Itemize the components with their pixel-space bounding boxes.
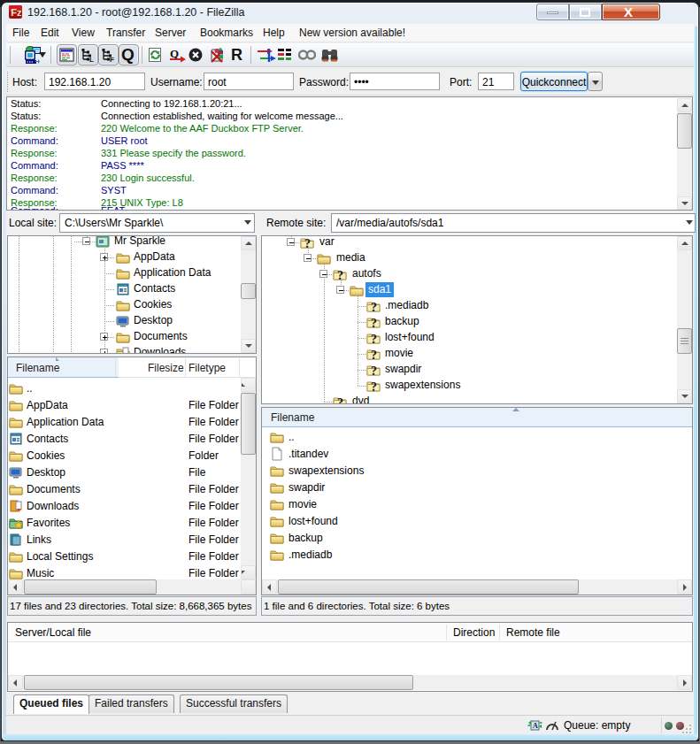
svg-text:L: L — [89, 56, 94, 63]
svg-text:A: A — [533, 722, 538, 730]
svg-text:Fz: Fz — [11, 7, 22, 18]
svg-text:F: F — [110, 56, 114, 63]
svg-text:Q: Q — [170, 47, 179, 60]
